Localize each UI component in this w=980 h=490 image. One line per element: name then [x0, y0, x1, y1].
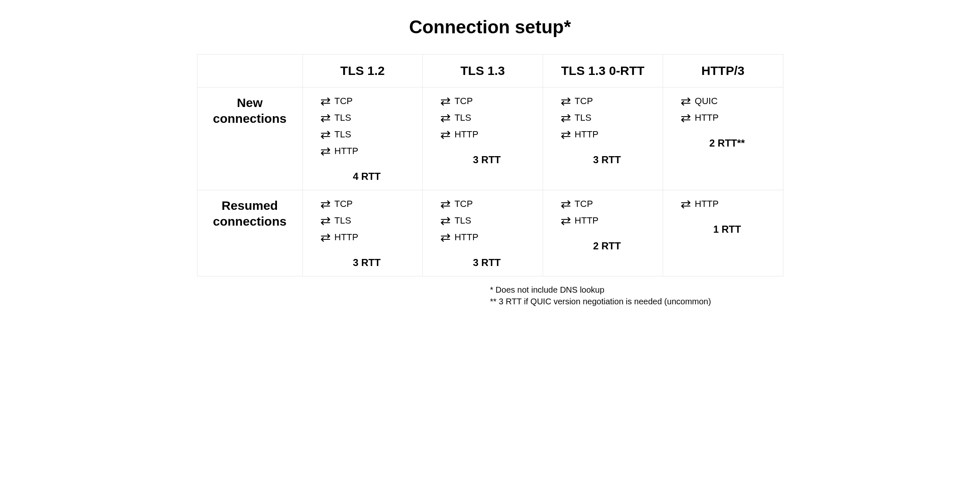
row-new-connections: New connections ⇄TCP ⇄TLS ⇄TLS ⇄HTTP 4 R… [197, 87, 783, 190]
step-label: HTTP [575, 129, 598, 140]
step-item: ⇄TLS [320, 112, 351, 124]
step-label: TCP [575, 199, 593, 209]
step-item: ⇄TLS [440, 112, 471, 124]
cell-resumed-tls12: ⇄TCP ⇄TLS ⇄HTTP 3 RTT [302, 190, 422, 276]
bidirectional-arrows-icon: ⇄ [681, 112, 691, 124]
rtt-value: 2 RTT [561, 240, 653, 252]
bidirectional-arrows-icon: ⇄ [440, 112, 450, 124]
step-label: HTTP [454, 129, 478, 140]
connection-table: TLS 1.2 TLS 1.3 TLS 1.3 0-RTT HTTP/3 New… [197, 54, 783, 276]
step-item: ⇄TCP [561, 198, 593, 210]
rtt-value: 2 RTT** [681, 137, 773, 149]
footnote-2: ** 3 RTT if QUIC version negotiation is … [490, 296, 783, 307]
header-row: TLS 1.2 TLS 1.3 TLS 1.3 0-RTT HTTP/3 [197, 55, 783, 87]
bidirectional-arrows-icon: ⇄ [440, 214, 450, 227]
header-empty [197, 55, 302, 87]
col-header-tls12: TLS 1.2 [302, 55, 422, 87]
step-label: HTTP [454, 232, 478, 243]
step-item: ⇄HTTP [320, 145, 358, 157]
rtt-value: 4 RTT [320, 171, 413, 182]
cell-new-http3: ⇄QUIC ⇄HTTP 2 RTT** [663, 87, 783, 190]
step-label: TCP [575, 96, 593, 107]
step-label: TCP [454, 96, 473, 107]
rtt-value: 1 RTT [681, 224, 773, 235]
step-label: HTTP [695, 112, 718, 123]
step-item: ⇄TLS [320, 128, 351, 141]
bidirectional-arrows-icon: ⇄ [561, 198, 571, 210]
step-item: ⇄TCP [561, 95, 593, 107]
step-item: ⇄TCP [320, 198, 353, 210]
step-label: TCP [334, 199, 353, 209]
row-label-new: New connections [197, 87, 302, 190]
bidirectional-arrows-icon: ⇄ [320, 145, 330, 157]
step-label: TLS [334, 215, 351, 226]
bidirectional-arrows-icon: ⇄ [561, 128, 571, 141]
cell-resumed-http3: ⇄HTTP 1 RTT [663, 190, 783, 276]
diagram-title: Connection setup* [157, 17, 823, 37]
bidirectional-arrows-icon: ⇄ [440, 128, 450, 141]
row-resumed-connections: Resumed connections ⇄TCP ⇄TLS ⇄HTTP 3 RT… [197, 190, 783, 276]
rtt-value: 3 RTT [440, 257, 533, 269]
bidirectional-arrows-icon: ⇄ [320, 214, 330, 227]
step-label: HTTP [334, 146, 358, 157]
step-item: ⇄HTTP [681, 198, 718, 210]
bidirectional-arrows-icon: ⇄ [681, 95, 691, 107]
step-item: ⇄TCP [440, 198, 473, 210]
step-label: TCP [334, 96, 353, 107]
cell-new-tls13: ⇄TCP ⇄TLS ⇄HTTP 3 RTT [423, 87, 543, 190]
step-item: ⇄TLS [561, 112, 591, 124]
footnote-1: * Does not include DNS lookup [490, 284, 783, 296]
step-item: ⇄TCP [440, 95, 473, 107]
step-item: ⇄TLS [440, 214, 471, 227]
cell-resumed-tls13-0rtt: ⇄TCP ⇄HTTP 2 RTT [543, 190, 663, 276]
rtt-value: 3 RTT [561, 154, 653, 166]
step-item: ⇄HTTP [440, 128, 478, 141]
step-label: TLS [454, 215, 471, 226]
bidirectional-arrows-icon: ⇄ [440, 231, 450, 244]
step-item: ⇄TLS [320, 214, 351, 227]
step-item: ⇄QUIC [681, 95, 718, 107]
step-item: ⇄HTTP [440, 231, 478, 244]
step-label: TLS [575, 112, 591, 123]
bidirectional-arrows-icon: ⇄ [320, 198, 330, 210]
cell-new-tls13-0rtt: ⇄TCP ⇄TLS ⇄HTTP 3 RTT [543, 87, 663, 190]
step-label: TLS [334, 129, 351, 140]
footnotes: * Does not include DNS lookup ** 3 RTT i… [197, 284, 783, 307]
step-label: HTTP [575, 215, 598, 226]
col-header-tls13-0rtt: TLS 1.3 0-RTT [543, 55, 663, 87]
col-header-tls13: TLS 1.3 [423, 55, 543, 87]
step-label: TLS [454, 112, 471, 123]
step-item: ⇄TCP [320, 95, 353, 107]
diagram-container: Connection setup* TLS 1.2 TLS 1.3 TLS 1.… [157, 17, 823, 307]
bidirectional-arrows-icon: ⇄ [320, 231, 330, 244]
bidirectional-arrows-icon: ⇄ [681, 198, 691, 210]
bidirectional-arrows-icon: ⇄ [320, 95, 330, 107]
rtt-value: 3 RTT [440, 154, 533, 166]
bidirectional-arrows-icon: ⇄ [440, 198, 450, 210]
rtt-value: 3 RTT [320, 257, 413, 269]
cell-new-tls12: ⇄TCP ⇄TLS ⇄TLS ⇄HTTP 4 RTT [302, 87, 422, 190]
step-label: QUIC [695, 96, 718, 107]
bidirectional-arrows-icon: ⇄ [561, 112, 571, 124]
step-label: HTTP [334, 232, 358, 243]
step-item: ⇄HTTP [320, 231, 358, 244]
step-item: ⇄HTTP [561, 128, 598, 141]
step-label: TLS [334, 112, 351, 123]
step-item: ⇄HTTP [681, 112, 718, 124]
step-label: HTTP [695, 199, 718, 209]
col-header-http3: HTTP/3 [663, 55, 783, 87]
bidirectional-arrows-icon: ⇄ [320, 112, 330, 124]
bidirectional-arrows-icon: ⇄ [440, 95, 450, 107]
bidirectional-arrows-icon: ⇄ [561, 95, 571, 107]
row-label-resumed: Resumed connections [197, 190, 302, 276]
bidirectional-arrows-icon: ⇄ [320, 128, 330, 141]
step-label: TCP [454, 199, 473, 209]
bidirectional-arrows-icon: ⇄ [561, 214, 571, 227]
step-item: ⇄HTTP [561, 214, 598, 227]
cell-resumed-tls13: ⇄TCP ⇄TLS ⇄HTTP 3 RTT [423, 190, 543, 276]
